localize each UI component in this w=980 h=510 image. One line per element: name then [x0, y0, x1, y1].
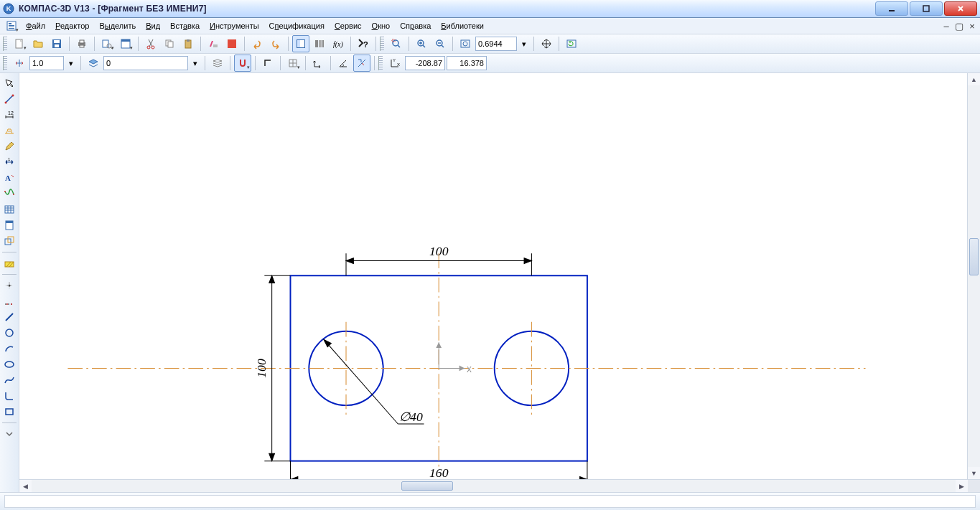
mdi-minimize-button[interactable]: – — [941, 21, 951, 31]
step-dropdown[interactable]: ▾ — [65, 55, 77, 72]
svg-line-83 — [324, 339, 398, 424]
zoom-in-button[interactable] — [413, 35, 430, 52]
coord-x-field[interactable] — [405, 56, 445, 70]
svg-text:?: ? — [363, 40, 368, 49]
variables-button[interactable]: f(x) — [330, 35, 347, 52]
libraries-button[interactable] — [311, 35, 328, 52]
fillet-tool[interactable] — [1, 389, 17, 403]
toolbar-grip[interactable] — [380, 37, 384, 51]
preview-button[interactable]: ▾ — [98, 35, 116, 52]
toolbar-grip[interactable] — [3, 56, 7, 70]
ortho-button[interactable] — [259, 55, 276, 72]
redraw-button[interactable] — [563, 35, 580, 52]
save-button[interactable] — [48, 35, 65, 52]
more-tools[interactable] — [1, 427, 17, 441]
minimize-button[interactable] — [875, 1, 908, 16]
pan-button[interactable] — [538, 35, 555, 52]
menu-инструменты[interactable]: Инструменты — [205, 20, 263, 32]
toolbar-grip[interactable] — [378, 56, 383, 70]
dimension-tool[interactable]: 12 — [1, 108, 17, 122]
mdi-restore-button[interactable]: ▢ — [954, 21, 964, 31]
zoom-out-button[interactable] — [431, 35, 449, 52]
vertical-scrollbar[interactable]: ▲ ▼ — [967, 73, 980, 479]
select-tool[interactable] — [1, 76, 17, 90]
bezier-tool[interactable] — [1, 373, 17, 387]
new-button[interactable]: ▾ — [11, 35, 28, 52]
svg-rect-52 — [5, 206, 14, 213]
round-button[interactable] — [353, 55, 370, 72]
line-tool[interactable] — [1, 92, 17, 106]
open-button[interactable] — [29, 35, 47, 52]
edit-tool[interactable] — [1, 139, 17, 154]
help-button[interactable]: ? — [355, 35, 372, 52]
menu-файл[interactable]: Файл — [22, 20, 50, 32]
insert-tool[interactable] — [1, 234, 17, 248]
svg-point-62 — [5, 362, 14, 367]
svg-point-21 — [151, 46, 154, 49]
zoom-dropdown[interactable]: ▾ — [518, 35, 530, 52]
paste-button[interactable] — [179, 35, 197, 52]
horizontal-scrollbar[interactable]: ◀ ▶ — [19, 479, 980, 492]
rect-tool[interactable] — [1, 405, 17, 419]
style-button[interactable] — [223, 35, 241, 52]
measure-tool[interactable]: A — [1, 171, 17, 185]
svg-point-46 — [12, 95, 14, 97]
segment-tool[interactable] — [1, 310, 17, 324]
drawing-canvas[interactable]: X — [19, 73, 967, 479]
dim-top: 100 — [429, 244, 449, 258]
menu-справка[interactable]: Справка — [396, 20, 435, 32]
copy-props-button[interactable] — [205, 35, 222, 52]
manager-button[interactable] — [292, 35, 309, 52]
toolbar-grip[interactable] — [3, 37, 7, 51]
ellipse-tool[interactable] — [1, 357, 17, 372]
redo-button[interactable] — [267, 35, 284, 52]
layer-dropdown[interactable]: ▾ — [190, 55, 201, 72]
layer-icon[interactable] — [85, 55, 102, 72]
text-tool[interactable] — [1, 123, 17, 138]
svg-rect-3 — [923, 6, 929, 11]
menu-сервис[interactable]: Сервис — [330, 20, 366, 32]
table-tool[interactable] — [1, 202, 17, 217]
menu-вставка[interactable]: Вставка — [166, 20, 204, 32]
coord-y-field[interactable] — [447, 56, 487, 70]
app-menu-icon[interactable]: ▾ — [3, 17, 20, 34]
zoom-fit-button[interactable] — [457, 35, 474, 52]
menu-библиотеки[interactable]: Библиотеки — [437, 20, 488, 32]
circle-tool[interactable] — [1, 326, 17, 340]
local-cs-button[interactable] — [309, 55, 327, 72]
hatch-tool[interactable] — [1, 256, 17, 270]
arc-tool[interactable] — [1, 341, 17, 356]
close-button[interactable] — [944, 1, 977, 16]
layer-manager-button[interactable] — [209, 55, 226, 72]
step-value-input[interactable] — [29, 56, 64, 70]
angle-button[interactable] — [335, 55, 352, 72]
grid-button[interactable]: ▾ — [284, 55, 302, 72]
svg-text:1: 1 — [8, 157, 11, 161]
step-button[interactable] — [11, 55, 28, 72]
cut-button[interactable] — [142, 35, 159, 52]
svg-rect-11 — [54, 40, 60, 43]
menu-выделить[interactable]: Выделить — [95, 20, 140, 32]
menu-вид[interactable]: Вид — [141, 20, 164, 32]
zoom-window-button[interactable] — [388, 35, 405, 52]
mdi-close-button[interactable]: × — [967, 21, 977, 31]
menu-редактор[interactable]: Редактор — [51, 20, 93, 32]
menu-bar: ▾ ФайлРедакторВыделитьВидВставкаИнструме… — [0, 18, 980, 34]
zoom-value-input[interactable] — [475, 37, 517, 51]
print-button[interactable] — [73, 35, 90, 52]
parametrize-tool[interactable]: 1 — [1, 155, 17, 169]
aux-line-tool[interactable] — [1, 294, 17, 308]
layer-value-input[interactable] — [103, 56, 188, 70]
svg-rect-16 — [103, 40, 108, 47]
toolbar-snap: ▾ ▾ ▾ ▾ YX — [0, 54, 980, 73]
snap-toggle-button[interactable]: ▾ — [234, 55, 251, 72]
menu-окно[interactable]: Окно — [368, 20, 395, 32]
menu-спецификация[interactable]: Спецификация — [265, 20, 329, 32]
spline-tool[interactable] — [1, 186, 17, 201]
undo-button[interactable] — [248, 35, 266, 52]
maximize-button[interactable] — [910, 1, 943, 16]
copy-button[interactable] — [161, 35, 178, 52]
report-tool[interactable] — [1, 218, 17, 232]
properties-button[interactable]: ▾ — [117, 35, 134, 52]
point-tool[interactable] — [1, 278, 17, 293]
